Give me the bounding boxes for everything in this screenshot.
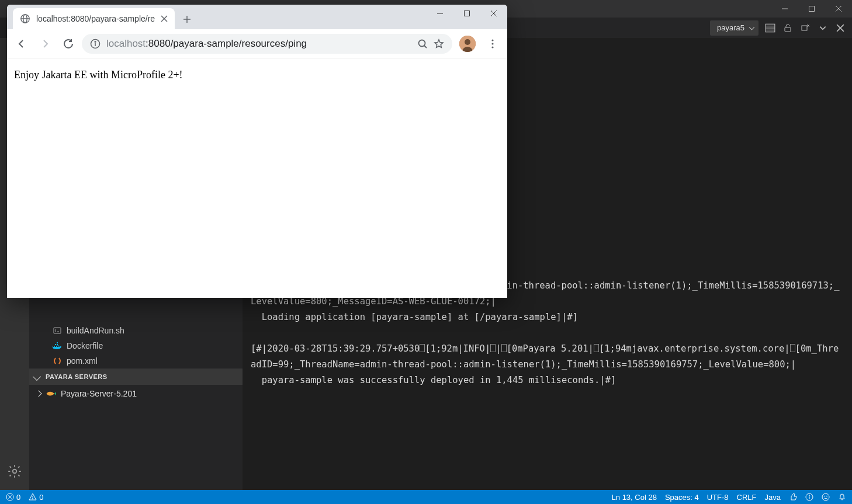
svg-point-47 (491, 43, 493, 44)
shell-file-icon (53, 326, 62, 335)
url-text: localhost:8080/payara-sample/resources/p… (106, 38, 307, 50)
close-tab-icon[interactable] (161, 15, 168, 22)
payara-servers-section[interactable]: PAYARA SERVERS (29, 369, 243, 385)
explorer-tree: buildAndRun.sh Dockerfile pom.xml (29, 319, 243, 369)
info-icon[interactable] (805, 493, 813, 501)
pagezoom-icon[interactable] (417, 39, 428, 49)
file-label: Dockerfile (67, 341, 103, 350)
thumbs-up-icon[interactable] (789, 493, 797, 501)
bookmark-star-icon[interactable] (434, 39, 444, 49)
browser-minimize-button[interactable] (427, 5, 453, 22)
section-title: PAYARA SERVERS (46, 373, 108, 380)
maximize-button[interactable] (798, 0, 825, 18)
svg-point-46 (491, 39, 493, 41)
new-tab-button[interactable] (178, 11, 196, 28)
payara-server-icon (46, 388, 56, 399)
vscode-window-controls (771, 0, 852, 18)
svg-point-48 (491, 46, 493, 48)
svg-point-21 (33, 499, 33, 499)
browser-tab[interactable]: localhost:8080/payara-sample/re (13, 8, 175, 29)
minimize-button[interactable] (771, 0, 798, 18)
cursor-position[interactable]: Ln 13, Col 28 (612, 493, 657, 502)
indentation[interactable]: Spaces: 4 (665, 493, 699, 502)
svg-rect-8 (785, 27, 791, 32)
payara-server-item[interactable]: Payara-Server-5.201 (29, 385, 243, 402)
terminal-selector[interactable]: payara5 (710, 20, 759, 36)
back-button[interactable] (12, 34, 32, 54)
svg-point-24 (809, 495, 810, 496)
svg-point-45 (465, 39, 470, 45)
bell-icon[interactable] (838, 493, 846, 501)
status-errors[interactable]: 0 (6, 493, 20, 502)
reload-button[interactable] (58, 34, 78, 54)
chevron-down-icon (33, 373, 41, 381)
address-bar[interactable]: localhost:8080/payara-sample/resources/p… (82, 34, 452, 54)
file-pomxml[interactable]: pom.xml (29, 353, 243, 369)
browser-window: localhost:8080/payara-sample/re localhos… (7, 5, 507, 298)
split-editor-icon[interactable] (764, 22, 776, 34)
chevron-right-icon (35, 390, 41, 397)
browser-maximize-button[interactable] (453, 5, 480, 22)
svg-rect-16 (54, 328, 61, 333)
file-label: pom.xml (67, 356, 98, 366)
forward-button[interactable] (35, 34, 55, 54)
chevron-down-icon[interactable] (817, 22, 829, 34)
svg-point-42 (419, 40, 425, 46)
file-dockerfile[interactable]: Dockerfile (29, 338, 243, 353)
encoding[interactable]: UTF-8 (707, 493, 729, 502)
xml-file-icon (53, 356, 62, 366)
svg-point-27 (827, 496, 827, 496)
unlock-icon[interactable] (782, 22, 794, 34)
browser-close-button[interactable] (480, 5, 507, 22)
eol[interactable]: CRLF (737, 493, 757, 502)
svg-point-41 (95, 41, 96, 42)
file-buildandrun[interactable]: buildAndRun.sh (29, 323, 243, 338)
svg-point-26 (825, 496, 825, 496)
browser-tab-strip: localhost:8080/payara-sample/re (7, 5, 507, 29)
feedback-icon[interactable] (822, 493, 830, 501)
close-button[interactable] (825, 0, 852, 18)
globe-icon (20, 13, 30, 24)
profile-avatar[interactable] (459, 36, 476, 52)
menu-button[interactable] (483, 34, 503, 54)
settings-gear-icon[interactable] (6, 463, 23, 479)
docker-file-icon (53, 341, 62, 350)
tab-title: localhost:8080/payara-sample/re (36, 14, 155, 23)
svg-rect-36 (465, 11, 470, 16)
page-text: Enjoy Jakarta EE with MicroProfile 2+! (14, 69, 500, 81)
file-label: buildAndRun.sh (67, 326, 124, 335)
clear-icon[interactable] (799, 22, 811, 34)
status-bar: 0 0 Ln 13, Col 28 Spaces: 4 UTF-8 CRLF J… (0, 490, 852, 504)
language-mode[interactable]: Java (765, 493, 781, 502)
browser-viewport: Enjoy Jakarta EE with MicroProfile 2+! (7, 58, 507, 298)
svg-point-25 (822, 493, 829, 500)
svg-point-15 (13, 470, 17, 474)
status-warnings[interactable]: 0 (29, 493, 43, 502)
browser-navbar: localhost:8080/payara-sample/resources/p… (7, 29, 507, 58)
svg-rect-1 (809, 6, 815, 12)
site-info-icon[interactable] (90, 39, 101, 49)
error-count: 0 (16, 493, 20, 502)
warning-count: 0 (39, 493, 43, 502)
server-name: Payara-Server-5.201 (61, 389, 137, 398)
svg-rect-9 (802, 26, 807, 30)
close-panel-icon[interactable] (834, 22, 846, 34)
browser-window-controls (427, 5, 507, 22)
svg-line-43 (424, 46, 427, 48)
